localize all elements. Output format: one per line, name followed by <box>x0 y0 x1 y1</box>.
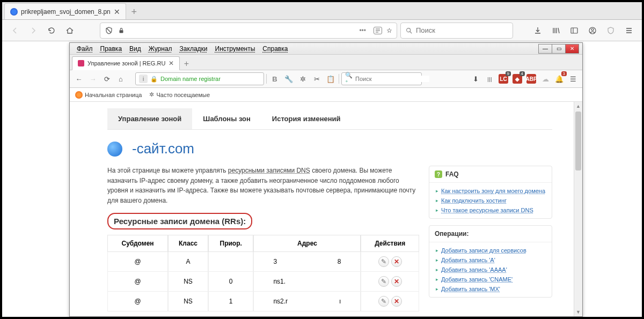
scroll-up-icon[interactable]: ▲ <box>574 102 582 110</box>
ext-ab-icon[interactable]: ◆4 <box>511 73 523 85</box>
new-tab-button[interactable]: + <box>126 4 142 19</box>
reload-button[interactable] <box>44 23 59 38</box>
bookmark-label: Часто посещаемые <box>156 92 210 98</box>
clipboard-icon[interactable]: 📋 <box>325 73 336 85</box>
inner-search-input[interactable] <box>355 76 429 82</box>
outer-tabbar: prikrepljaem_svoj_domen_8.pn ✕ + <box>2 2 642 20</box>
table-row: @ A 38 ✎✕ <box>107 252 419 272</box>
operations-box: Операции: Добавить записи для сервисов Д… <box>429 225 552 298</box>
address-label: Domain name registrar <box>160 76 221 82</box>
tab-history[interactable]: История изменений <box>261 108 352 129</box>
bookmark-home[interactable]: Начальная страница <box>75 91 142 99</box>
menu-icon[interactable]: ☰ <box>567 73 579 85</box>
close-icon[interactable]: ✕ <box>114 8 120 16</box>
new-tab-button[interactable]: + <box>180 58 193 70</box>
faq-link[interactable]: Что такое ресурсные записи DNS <box>441 207 533 213</box>
faq-link[interactable]: Как настроить зону для моего домена <box>441 188 545 194</box>
ops-link[interactable]: Добавить запись 'CNAME' <box>441 276 513 283</box>
delete-button[interactable]: ✕ <box>391 256 402 267</box>
ops-link[interactable]: Добавить записи для сервисов <box>441 247 526 254</box>
inner-window: Файл Правка Вид Журнал Закладки Инструме… <box>69 42 583 317</box>
reload-button[interactable]: ⟳ <box>101 73 113 85</box>
lock-icon: 🔒 <box>150 76 158 83</box>
gear-icon[interactable]: ✲ <box>297 73 309 85</box>
outer-address-bar[interactable]: ••• ☆ <box>100 23 397 39</box>
page-tabs: Управление зоной Шаблоны зон История изм… <box>107 108 552 130</box>
globe-icon <box>10 8 18 16</box>
bookmark-mostvisited[interactable]: ✲Часто посещаемые <box>149 91 210 98</box>
notifications-icon[interactable]: 🔔3 <box>553 73 565 85</box>
inner-tab-title: Управление зоной | REG.RU <box>87 60 165 66</box>
tracking-protection-icon[interactable] <box>105 26 113 35</box>
account-icon[interactable] <box>585 23 600 38</box>
maximize-button[interactable]: ▭ <box>552 44 566 54</box>
downloads-icon[interactable]: ⬇ <box>470 73 481 85</box>
library-icon[interactable]: ⫼ <box>484 73 495 85</box>
menu-help[interactable]: Справка <box>259 44 291 54</box>
outer-toolbar: ••• ☆ <box>2 20 642 41</box>
close-icon[interactable]: ✕ <box>169 60 174 67</box>
domain-name: -сайт.com <box>132 140 194 157</box>
inner-search-bar[interactable]: 🔍⁺ <box>341 72 422 85</box>
close-button[interactable]: ✕ <box>565 44 579 54</box>
firefox-icon <box>75 91 83 99</box>
menu-history[interactable]: Журнал <box>145 44 176 54</box>
tab-zone[interactable]: Управление зоной <box>107 108 192 129</box>
menu-bookmarks[interactable]: Закладки <box>176 44 211 54</box>
back-button[interactable] <box>8 23 23 38</box>
ops-link[interactable]: Добавить запись 'AAAA' <box>441 266 507 273</box>
menu-file[interactable]: Файл <box>73 44 97 54</box>
menu-view[interactable]: Вид <box>126 44 145 54</box>
library-icon[interactable] <box>548 23 564 38</box>
delete-button[interactable]: ✕ <box>391 296 402 307</box>
delete-button[interactable]: ✕ <box>391 276 402 287</box>
ops-link[interactable]: Добавить запись 'A' <box>441 257 495 263</box>
gear-icon: ✲ <box>149 91 154 98</box>
scroll-thumb[interactable] <box>575 112 581 170</box>
outer-search-bar[interactable] <box>400 23 513 39</box>
edit-button[interactable]: ✎ <box>378 256 389 267</box>
minimize-button[interactable]: — <box>538 44 552 54</box>
wrench-icon[interactable]: 🔧 <box>283 73 295 85</box>
page-actions-icon[interactable]: ••• <box>359 27 366 34</box>
inner-tab[interactable]: Управление зоной | REG.RU ✕ <box>72 56 180 70</box>
ext-b-icon[interactable]: B <box>269 73 281 85</box>
menu-tools[interactable]: Инструменты <box>211 44 259 54</box>
edit-button[interactable]: ✎ <box>378 296 389 307</box>
col-actions: Действия <box>361 235 419 252</box>
downloads-icon[interactable] <box>530 23 545 38</box>
home-button[interactable] <box>62 23 77 38</box>
scrollbar[interactable]: ▲ ▼ <box>574 102 582 316</box>
scissors-icon[interactable]: ✂ <box>311 73 323 85</box>
table-row: @ NS 1 ns2.rı ✎✕ <box>107 292 419 311</box>
site-info-icon[interactable]: i <box>139 75 148 83</box>
inner-address-bar[interactable]: i 🔒 Domain name registrar <box>135 72 264 85</box>
shield-icon[interactable] <box>603 23 618 38</box>
ext-cloud-icon[interactable]: ☁ <box>539 73 551 85</box>
edit-button[interactable]: ✎ <box>378 276 389 287</box>
menu-icon[interactable] <box>621 23 636 38</box>
back-button[interactable]: ← <box>73 73 85 85</box>
sidebar-icon[interactable] <box>567 23 582 38</box>
forward-button[interactable] <box>26 23 41 38</box>
scroll-down-icon[interactable]: ▼ <box>574 308 582 316</box>
faq-link[interactable]: Как подключить хостинг <box>441 197 507 204</box>
ops-title: Операции: <box>429 226 552 242</box>
menu-edit[interactable]: Правка <box>97 44 126 54</box>
page-description: На этой странице вы можете управлять рес… <box>107 166 419 205</box>
ext-lc-icon[interactable]: LC9 <box>497 73 509 85</box>
tab-templates[interactable]: Шаблоны зон <box>192 108 261 129</box>
svg-rect-2 <box>571 28 577 33</box>
faq-title: FAQ <box>445 170 459 178</box>
inner-bookmarks-bar: Начальная страница ✲Часто посещаемые <box>70 88 582 102</box>
home-button[interactable]: ⌂ <box>115 73 127 85</box>
lock-icon[interactable] <box>118 27 125 34</box>
bookmark-star-icon[interactable]: ☆ <box>386 27 392 34</box>
ext-abp-icon[interactable]: ABP <box>525 73 537 85</box>
outer-search-input[interactable] <box>416 26 508 34</box>
outer-tab[interactable]: prikrepljaem_svoj_domen_8.pn ✕ <box>4 3 126 19</box>
rrs-table: Субдомен Класс Приор. Адрес Действия @ <box>107 235 419 311</box>
forward-button[interactable]: → <box>87 73 99 85</box>
reader-view-icon[interactable] <box>374 27 382 34</box>
ops-link[interactable]: Добавить запись 'MX' <box>441 286 500 292</box>
